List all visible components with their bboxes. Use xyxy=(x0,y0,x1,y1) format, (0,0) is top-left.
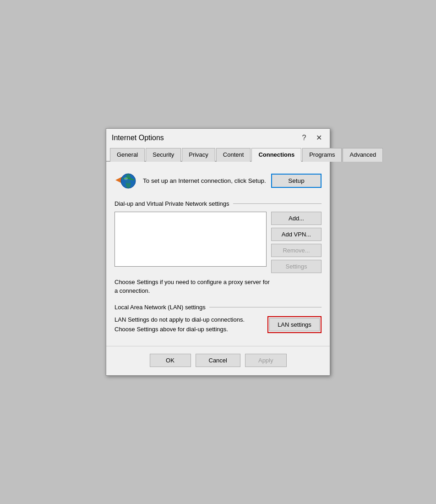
lan-text: LAN Settings do not apply to dial-up con… xyxy=(114,315,260,334)
setup-button[interactable]: Setup xyxy=(271,174,322,188)
help-button[interactable]: ? xyxy=(299,132,310,143)
tab-privacy[interactable]: Privacy xyxy=(182,148,215,162)
add-vpn-button[interactable]: Add VPN... xyxy=(271,228,322,241)
dialup-listbox[interactable] xyxy=(114,212,267,267)
svg-point-5 xyxy=(124,177,128,180)
lan-settings-button[interactable]: LAN settings xyxy=(269,318,320,331)
tab-content[interactable]: Content xyxy=(216,148,251,162)
tab-connections[interactable]: Connections xyxy=(251,148,301,162)
setup-text: To set up an Internet connection, click … xyxy=(143,176,266,186)
ok-button[interactable]: OK xyxy=(150,354,191,367)
lan-section: Local Area Network (LAN) settings LAN Se… xyxy=(114,304,322,334)
dialog-footer: OK Cancel Apply xyxy=(106,346,330,375)
setup-row: To set up an Internet connection, click … xyxy=(114,170,322,192)
dialup-section: Dial-up and Virtual Private Network sett… xyxy=(114,200,322,296)
tab-content-area: To set up an Internet connection, click … xyxy=(106,162,330,346)
lan-section-label: Local Area Network (LAN) settings xyxy=(114,304,206,311)
settings-button[interactable]: Settings xyxy=(271,260,322,273)
tab-programs[interactable]: Programs xyxy=(302,148,342,162)
tab-general[interactable]: General xyxy=(110,148,145,162)
lan-label-line: Local Area Network (LAN) settings xyxy=(114,304,322,311)
apply-button[interactable]: Apply xyxy=(245,354,287,367)
lan-row: LAN Settings do not apply to dial-up con… xyxy=(114,315,322,334)
globe-icon xyxy=(114,170,136,192)
dialup-side-buttons: Add... Add VPN... Remove... Settings xyxy=(271,212,322,273)
dialog-title: Internet Options xyxy=(112,134,164,142)
add-button[interactable]: Add... xyxy=(271,212,322,225)
remove-button[interactable]: Remove... xyxy=(271,244,322,257)
cancel-button[interactable]: Cancel xyxy=(196,354,240,367)
dialup-section-divider xyxy=(233,203,322,204)
close-button[interactable]: ✕ xyxy=(313,132,324,143)
proxy-text: Choose Settings if you need to configure… xyxy=(114,278,270,296)
tab-advanced[interactable]: Advanced xyxy=(343,148,383,162)
lan-section-divider xyxy=(209,307,322,307)
tab-bar: General Security Privacy Content Connect… xyxy=(106,147,330,162)
title-bar-controls: ? ✕ xyxy=(299,132,324,143)
dialup-section-label: Dial-up and Virtual Private Network sett… xyxy=(114,200,229,207)
setup-left: To set up an Internet connection, click … xyxy=(114,170,266,192)
lan-button-highlight: LAN settings xyxy=(267,316,322,333)
tab-security[interactable]: Security xyxy=(146,148,181,162)
dialup-label-line: Dial-up and Virtual Private Network sett… xyxy=(114,200,322,207)
dialup-list-area: Add... Add VPN... Remove... Settings xyxy=(114,212,322,273)
title-bar: Internet Options ? ✕ xyxy=(106,129,330,145)
internet-options-dialog: Internet Options ? ✕ General Security Pr… xyxy=(106,128,330,376)
